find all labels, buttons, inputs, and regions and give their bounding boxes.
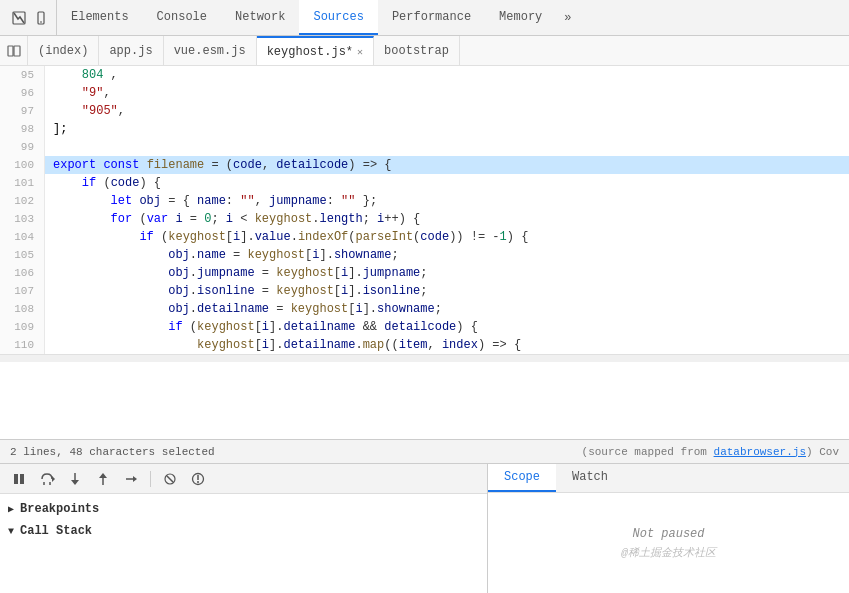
svg-line-17 bbox=[167, 476, 173, 482]
callstack-section-header[interactable]: ▼ Call Stack bbox=[0, 520, 487, 542]
breakpoints-chevron: ▶ bbox=[8, 503, 14, 515]
code-lines: 95 804 , 96 "9", 97 "905", 98 ]; 99 bbox=[0, 66, 849, 354]
close-tab-icon[interactable]: ✕ bbox=[357, 46, 363, 58]
code-line: 102 let obj = { name: "", jumpname: "" }… bbox=[0, 192, 849, 210]
callstack-label: Call Stack bbox=[20, 524, 92, 538]
svg-rect-4 bbox=[14, 46, 20, 56]
tab-scope[interactable]: Scope bbox=[488, 464, 556, 492]
svg-rect-5 bbox=[14, 474, 18, 484]
bottom-panel: ▶ Breakpoints ▼ Call Stack Scope Watch N… bbox=[0, 463, 849, 593]
code-line: 96 "9", bbox=[0, 84, 849, 102]
selection-status: 2 lines, 48 characters selected bbox=[10, 446, 215, 458]
watermark: @稀土掘金技术社区 bbox=[621, 545, 716, 560]
pause-on-exceptions-button[interactable] bbox=[187, 468, 209, 490]
svg-marker-13 bbox=[99, 473, 107, 478]
code-editor[interactable]: 95 804 , 96 "9", 97 "905", 98 ]; 99 bbox=[0, 66, 849, 439]
scope-tabs: Scope Watch bbox=[488, 464, 849, 493]
code-line-highlighted: 100 export const filename = (code, detai… bbox=[0, 156, 849, 174]
tab-sources[interactable]: Sources bbox=[299, 0, 377, 35]
breakpoints-section-header[interactable]: ▶ Breakpoints bbox=[0, 498, 487, 520]
step-into-button[interactable] bbox=[64, 468, 86, 490]
svg-marker-7 bbox=[52, 476, 55, 482]
pause-resume-button[interactable] bbox=[8, 468, 30, 490]
debug-toolbar bbox=[0, 464, 487, 494]
tab-network[interactable]: Network bbox=[221, 0, 299, 35]
inspect-icon[interactable] bbox=[10, 9, 28, 27]
tab-console[interactable]: Console bbox=[143, 0, 221, 35]
code-line: 101 if (code) { bbox=[0, 174, 849, 192]
file-tab-keyghost[interactable]: keyghost.js* ✕ bbox=[257, 36, 374, 66]
separator bbox=[150, 471, 151, 487]
code-line: 105 obj.name = keyghost[i].showname; bbox=[0, 246, 849, 264]
code-line: 110 keyghost[i].detailname.map((item, in… bbox=[0, 336, 849, 354]
callstack-chevron: ▼ bbox=[8, 526, 14, 537]
code-line: 104 if (keyghost[i].value.indexOf(parseI… bbox=[0, 228, 849, 246]
code-line: 109 if (keyghost[i].detailname && detail… bbox=[0, 318, 849, 336]
source-map-info: (source mapped from databrowser.js) Cov bbox=[582, 446, 839, 458]
svg-rect-3 bbox=[8, 46, 13, 56]
status-bar: 2 lines, 48 characters selected (source … bbox=[0, 439, 849, 463]
file-tab-index[interactable]: (index) bbox=[28, 36, 99, 66]
step-button[interactable] bbox=[120, 468, 142, 490]
horizontal-scrollbar[interactable] bbox=[0, 354, 849, 362]
code-line: 106 obj.jumpname = keyghost[i].jumpname; bbox=[0, 264, 849, 282]
svg-marker-15 bbox=[133, 476, 137, 482]
source-map-link[interactable]: databrowser.js bbox=[714, 446, 806, 458]
svg-point-20 bbox=[197, 481, 199, 483]
more-tabs-button[interactable]: » bbox=[556, 0, 579, 35]
main-area: 95 804 , 96 "9", 97 "905", 98 ]; 99 bbox=[0, 66, 849, 439]
panel-sections: ▶ Breakpoints ▼ Call Stack bbox=[0, 494, 487, 593]
main-tabs: Elements Console Network Sources Perform… bbox=[57, 0, 845, 35]
toolbar-icons bbox=[4, 0, 57, 35]
code-line: 103 for (var i = 0; i < keyghost.length;… bbox=[0, 210, 849, 228]
step-over-button[interactable] bbox=[36, 468, 58, 490]
panel-toggle-icon[interactable] bbox=[0, 36, 28, 66]
top-toolbar: Elements Console Network Sources Perform… bbox=[0, 0, 849, 36]
tab-performance[interactable]: Performance bbox=[378, 0, 485, 35]
deactivate-breakpoints-button[interactable] bbox=[159, 468, 181, 490]
tab-elements[interactable]: Elements bbox=[57, 0, 143, 35]
code-line: 97 "905", bbox=[0, 102, 849, 120]
scope-content: Not paused @稀土掘金技术社区 bbox=[488, 493, 849, 593]
left-panel: ▶ Breakpoints ▼ Call Stack bbox=[0, 464, 488, 593]
mobile-icon[interactable] bbox=[32, 9, 50, 27]
code-line: 107 obj.isonline = keyghost[i].isonline; bbox=[0, 282, 849, 300]
code-line: 99 bbox=[0, 138, 849, 156]
tab-watch[interactable]: Watch bbox=[556, 464, 624, 492]
right-panel: Scope Watch Not paused @稀土掘金技术社区 bbox=[488, 464, 849, 593]
file-tab-vue[interactable]: vue.esm.js bbox=[164, 36, 257, 66]
code-line: 108 obj.detailname = keyghost[i].shownam… bbox=[0, 300, 849, 318]
not-paused-text: Not paused bbox=[632, 527, 704, 541]
tab-memory[interactable]: Memory bbox=[485, 0, 556, 35]
code-line: 98 ]; bbox=[0, 120, 849, 138]
file-tab-bootstrap[interactable]: bootstrap bbox=[374, 36, 460, 66]
svg-marker-11 bbox=[71, 480, 79, 485]
svg-rect-6 bbox=[20, 474, 24, 484]
breakpoints-label: Breakpoints bbox=[20, 502, 99, 516]
step-out-button[interactable] bbox=[92, 468, 114, 490]
file-tab-app[interactable]: app.js bbox=[99, 36, 163, 66]
code-line: 95 804 , bbox=[0, 66, 849, 84]
file-tabs-bar: (index) app.js vue.esm.js keyghost.js* ✕… bbox=[0, 36, 849, 66]
